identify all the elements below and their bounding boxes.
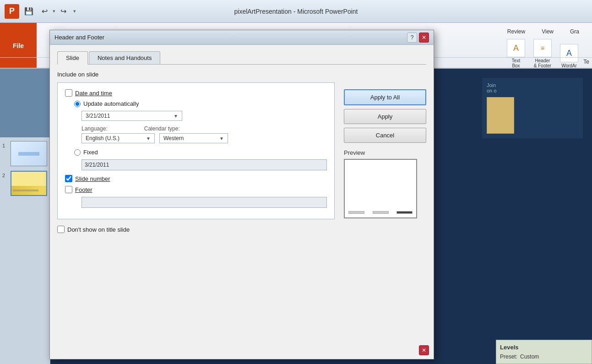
dont-show-checkbox[interactable] [57,226,65,233]
update-auto-label: Update automatically [83,100,139,107]
preview-indicator-right [396,211,413,214]
title-bar: P 💾 ↩ ▾ ↪ ▾ pixelArtPresentation - Micro… [0,0,592,23]
dialog-content-grid: Include on slide Date and time Update au… [57,71,426,237]
update-auto-radio[interactable] [74,101,81,107]
date-time-row: Date and time [65,89,327,97]
ribbon-right-items: Review View Gra [504,27,583,37]
cancel-button[interactable]: Cancel [344,128,426,143]
cal-dropdown-arrow: ▼ [219,136,224,141]
lang-dropdown-arrow: ▼ [146,136,151,141]
date-value: 3/21/2011 [86,113,110,119]
slide-number-checkbox[interactable] [65,175,72,182]
slide-thumbnail-1[interactable] [11,141,47,166]
dialog-left: Include on slide Date and time Update au… [57,71,335,237]
slide-thumb-1: 1 [2,141,48,166]
undo-dropdown[interactable]: ▾ [53,8,55,14]
ribbon-tab-gra[interactable]: Gra [566,27,583,37]
footer-input[interactable] [81,197,327,208]
file-label: File [13,42,24,49]
dialog-close-button[interactable]: ✕ [419,33,429,43]
footer-checkbox[interactable] [65,186,72,193]
dialog-title: Header and Footer [54,34,104,41]
date-dropdown[interactable]: 3/21/2011 ▼ [81,111,182,121]
preset-label: Preset: [500,353,517,360]
language-dropdown[interactable]: English (U.S.) ▼ [81,133,155,143]
preview-label: Preview [344,149,426,156]
ribbon-tab-review[interactable]: Review [504,27,529,37]
thumb-footer-2 [11,186,46,195]
fixed-input-row [81,159,327,170]
preview-area: Preview [344,149,426,218]
footer-input-row [81,197,327,208]
lang-cal-dropdowns: English (U.S.) ▼ Western ▼ [81,133,327,143]
footer-row: Footer [65,186,327,193]
slide-num-2: 2 [2,173,9,178]
preview-box [344,159,417,218]
calendar-value: Western [163,135,184,141]
dialog-titlebar: Header and Footer ? ✕ [50,30,434,45]
sidebar-image [487,97,514,134]
fixed-input[interactable] [81,159,327,170]
slide-thumbnail-2[interactable] [11,171,47,196]
preset-value: Custom [520,353,539,360]
textbox-icon[interactable]: A [507,39,525,57]
calendar-dropdown[interactable]: Western ▼ [159,133,228,143]
undo-button[interactable]: ↩ [38,5,51,17]
ppt-icon: P [5,4,19,19]
tab-slide[interactable]: Slide [57,51,88,65]
footer-label: Footer [75,186,92,193]
dont-show-row: Don't show on title slide [57,226,335,233]
fixed-label: Fixed [83,149,98,156]
redo-button[interactable]: ↪ [57,5,70,17]
app-title: pixelArtPresentation - Microsoft PowerPo… [234,8,358,15]
language-label: Language: [81,125,108,132]
slide-number-label: Slide number [75,175,110,182]
preview-indicator-mid [373,211,389,214]
calendar-label: Calendar type: [144,125,180,132]
header-footer-dialog: Header and Footer ? ✕ Slide Notes and Ha… [49,30,434,359]
thumb-inner-1 [11,141,47,166]
dont-show-text: Don't show on title slide [67,226,130,233]
date-time-label: Date and time [75,90,112,97]
levels-panel: Levels Preset: Custom [496,340,592,364]
slide-number-text: Slide number [75,175,110,182]
apply-button[interactable]: Apply [344,109,426,124]
header-footer-icon[interactable]: ≡ [533,39,552,57]
footer-text: Footer [75,186,92,193]
include-options-box: Date and time Update automatically 3/21/… [57,82,335,219]
preset-row: Preset: Custom [500,353,588,360]
dialog-right: Apply to All Apply Cancel Preview [344,71,426,237]
slide-num-1: 1 [2,143,9,148]
save-button[interactable]: 💾 [21,5,37,17]
slide-panel: 1 2 [0,137,50,364]
dialog-controls: ? ✕ [407,33,429,43]
right-sidebar-content: Joinon o [482,78,583,138]
fixed-row: Fixed [74,149,327,156]
thumb-line-1 [18,152,40,156]
dont-show-label: Don't show on title slide [67,226,130,233]
ribbon-tab-view[interactable]: View [538,27,557,37]
tab-notes-handouts[interactable]: Notes and Handouts [89,51,161,64]
dialog-body: Slide Notes and Handouts Include on slid… [50,45,434,243]
more-dropdown[interactable]: ▾ [73,8,76,14]
language-value: English (U.S.) [86,135,119,141]
toolbar-icons: P 💾 ↩ ▾ ↪ ▾ [5,4,76,19]
apply-to-all-button[interactable]: Apply to All [344,89,426,105]
levels-title: Levels [500,344,588,351]
sidebar-text-join: Joinon o [487,82,578,93]
date-time-checkbox[interactable] [65,89,72,97]
button-col: Apply to All Apply Cancel [344,89,426,143]
preview-indicator-left [348,211,364,214]
preview-indicators [348,211,413,214]
tab-bar: Slide Notes and Handouts [57,51,426,65]
thumb-line-2 [13,190,38,191]
dialog-close-button-2[interactable]: ✕ [419,345,429,355]
slide-thumb-2: 2 [2,171,48,196]
lang-cal-labels: Language: Calendar type: [81,125,327,132]
slide-number-row: Slide number [65,175,327,182]
include-on-slide-label: Include on slide [57,71,335,78]
update-auto-row: Update automatically [74,100,327,107]
date-dropdown-arrow: ▼ [174,114,178,119]
dialog-help-button[interactable]: ? [407,33,417,43]
fixed-radio[interactable] [74,149,81,156]
